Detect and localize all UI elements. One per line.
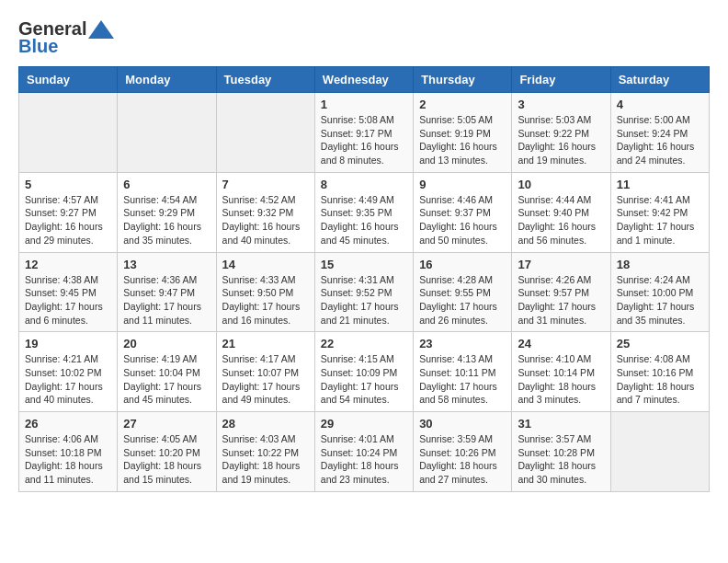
weekday-header-thursday: Thursday	[414, 67, 512, 93]
calendar-cell: 5Sunrise: 4:57 AM Sunset: 9:27 PM Daylig…	[19, 172, 118, 252]
day-info: Sunrise: 4:28 AM Sunset: 9:55 PM Dayligh…	[419, 273, 506, 327]
calendar-table: SundayMondayTuesdayWednesdayThursdayFrid…	[18, 66, 710, 492]
calendar-cell: 25Sunrise: 4:08 AM Sunset: 10:16 PM Dayl…	[610, 332, 709, 412]
day-number: 16	[419, 258, 506, 271]
week-row-5: 26Sunrise: 4:06 AM Sunset: 10:18 PM Dayl…	[19, 412, 710, 492]
week-row-3: 12Sunrise: 4:38 AM Sunset: 9:45 PM Dayli…	[19, 252, 710, 332]
day-info: Sunrise: 4:13 AM Sunset: 10:11 PM Daylig…	[419, 352, 506, 407]
calendar-cell	[19, 93, 118, 173]
calendar-cell: 30Sunrise: 3:59 AM Sunset: 10:26 PM Dayl…	[414, 412, 512, 492]
weekday-header-tuesday: Tuesday	[216, 67, 314, 93]
day-info: Sunrise: 4:49 AM Sunset: 9:35 PM Dayligh…	[321, 193, 407, 247]
calendar-cell: 27Sunrise: 4:05 AM Sunset: 10:20 PM Dayl…	[118, 412, 216, 492]
day-info: Sunrise: 4:33 AM Sunset: 9:50 PM Dayligh…	[222, 273, 309, 327]
calendar-cell: 18Sunrise: 4:24 AM Sunset: 10:00 PM Dayl…	[610, 252, 709, 332]
weekday-header-monday: Monday	[118, 67, 216, 93]
day-number: 14	[222, 258, 309, 271]
day-number: 9	[419, 178, 506, 191]
day-info: Sunrise: 4:31 AM Sunset: 9:52 PM Dayligh…	[321, 273, 407, 327]
day-info: Sunrise: 4:21 AM Sunset: 10:02 PM Daylig…	[25, 352, 111, 407]
day-number: 10	[518, 178, 604, 191]
calendar-cell: 31Sunrise: 3:57 AM Sunset: 10:28 PM Dayl…	[512, 412, 610, 492]
day-number: 4	[617, 98, 703, 111]
day-number: 26	[25, 417, 111, 431]
weekday-header-sunday: Sunday	[19, 67, 118, 93]
calendar-cell: 19Sunrise: 4:21 AM Sunset: 10:02 PM Dayl…	[19, 332, 118, 412]
day-info: Sunrise: 4:41 AM Sunset: 9:42 PM Dayligh…	[617, 193, 703, 247]
calendar-cell: 10Sunrise: 4:44 AM Sunset: 9:40 PM Dayli…	[512, 172, 610, 252]
day-info: Sunrise: 5:03 AM Sunset: 9:22 PM Dayligh…	[518, 113, 604, 167]
day-info: Sunrise: 4:24 AM Sunset: 10:00 PM Daylig…	[617, 273, 703, 327]
calendar-cell: 28Sunrise: 4:03 AM Sunset: 10:22 PM Dayl…	[216, 412, 314, 492]
svg-marker-0	[88, 20, 114, 39]
day-info: Sunrise: 4:08 AM Sunset: 10:16 PM Daylig…	[617, 352, 703, 407]
day-number: 15	[321, 258, 407, 271]
calendar-cell: 20Sunrise: 4:19 AM Sunset: 10:04 PM Dayl…	[118, 332, 216, 412]
calendar-cell: 24Sunrise: 4:10 AM Sunset: 10:14 PM Dayl…	[512, 332, 610, 412]
calendar-cell: 9Sunrise: 4:46 AM Sunset: 9:37 PM Daylig…	[414, 172, 512, 252]
day-number: 31	[518, 417, 604, 431]
day-number: 3	[518, 98, 604, 111]
calendar-cell	[610, 412, 709, 492]
calendar-cell: 8Sunrise: 4:49 AM Sunset: 9:35 PM Daylig…	[314, 172, 413, 252]
day-number: 24	[518, 337, 604, 350]
day-number: 12	[25, 258, 111, 271]
day-number: 22	[321, 337, 407, 350]
day-info: Sunrise: 4:36 AM Sunset: 9:47 PM Dayligh…	[123, 273, 210, 327]
day-info: Sunrise: 5:05 AM Sunset: 9:19 PM Dayligh…	[419, 113, 506, 167]
weekday-header-wednesday: Wednesday	[314, 67, 413, 93]
day-number: 2	[419, 98, 506, 111]
day-info: Sunrise: 4:03 AM Sunset: 10:22 PM Daylig…	[222, 432, 309, 487]
day-number: 20	[123, 337, 210, 350]
day-info: Sunrise: 4:46 AM Sunset: 9:37 PM Dayligh…	[419, 193, 506, 247]
day-number: 21	[222, 337, 309, 350]
day-info: Sunrise: 4:57 AM Sunset: 9:27 PM Dayligh…	[25, 193, 111, 247]
day-number: 11	[617, 178, 703, 191]
calendar-cell: 4Sunrise: 5:00 AM Sunset: 9:24 PM Daylig…	[610, 93, 709, 173]
calendar-cell: 11Sunrise: 4:41 AM Sunset: 9:42 PM Dayli…	[610, 172, 709, 252]
weekday-header-saturday: Saturday	[610, 67, 709, 93]
day-info: Sunrise: 5:08 AM Sunset: 9:17 PM Dayligh…	[321, 113, 407, 167]
day-info: Sunrise: 4:26 AM Sunset: 9:57 PM Dayligh…	[518, 273, 604, 327]
calendar-cell: 14Sunrise: 4:33 AM Sunset: 9:50 PM Dayli…	[216, 252, 314, 332]
day-info: Sunrise: 4:54 AM Sunset: 9:29 PM Dayligh…	[123, 193, 210, 247]
calendar-cell: 2Sunrise: 5:05 AM Sunset: 9:19 PM Daylig…	[414, 93, 512, 173]
day-info: Sunrise: 4:17 AM Sunset: 10:07 PM Daylig…	[222, 352, 309, 407]
day-number: 6	[123, 178, 210, 191]
calendar-cell: 6Sunrise: 4:54 AM Sunset: 9:29 PM Daylig…	[118, 172, 216, 252]
calendar-cell: 7Sunrise: 4:52 AM Sunset: 9:32 PM Daylig…	[216, 172, 314, 252]
page-header: General Blue	[18, 18, 710, 57]
day-number: 1	[321, 98, 407, 111]
day-info: Sunrise: 5:00 AM Sunset: 9:24 PM Dayligh…	[617, 113, 703, 167]
calendar-cell: 17Sunrise: 4:26 AM Sunset: 9:57 PM Dayli…	[512, 252, 610, 332]
day-number: 25	[617, 337, 703, 350]
day-number: 17	[518, 258, 604, 271]
day-info: Sunrise: 4:38 AM Sunset: 9:45 PM Dayligh…	[25, 273, 111, 327]
weekday-header-row: SundayMondayTuesdayWednesdayThursdayFrid…	[19, 67, 710, 93]
calendar-cell: 3Sunrise: 5:03 AM Sunset: 9:22 PM Daylig…	[512, 93, 610, 173]
day-info: Sunrise: 4:05 AM Sunset: 10:20 PM Daylig…	[123, 432, 210, 487]
day-number: 5	[25, 178, 111, 191]
day-number: 18	[617, 258, 703, 271]
day-info: Sunrise: 4:52 AM Sunset: 9:32 PM Dayligh…	[222, 193, 309, 247]
day-info: Sunrise: 4:01 AM Sunset: 10:24 PM Daylig…	[321, 432, 407, 487]
logo-icon	[88, 20, 114, 39]
calendar-cell: 12Sunrise: 4:38 AM Sunset: 9:45 PM Dayli…	[19, 252, 118, 332]
day-number: 28	[222, 417, 309, 431]
day-number: 19	[25, 337, 111, 350]
calendar-cell	[216, 93, 314, 173]
calendar-cell: 1Sunrise: 5:08 AM Sunset: 9:17 PM Daylig…	[314, 93, 413, 173]
day-info: Sunrise: 4:10 AM Sunset: 10:14 PM Daylig…	[518, 352, 604, 407]
day-info: Sunrise: 3:57 AM Sunset: 10:28 PM Daylig…	[518, 432, 604, 487]
week-row-4: 19Sunrise: 4:21 AM Sunset: 10:02 PM Dayl…	[19, 332, 710, 412]
calendar-cell: 16Sunrise: 4:28 AM Sunset: 9:55 PM Dayli…	[414, 252, 512, 332]
calendar-cell: 13Sunrise: 4:36 AM Sunset: 9:47 PM Dayli…	[118, 252, 216, 332]
day-number: 8	[321, 178, 407, 191]
day-info: Sunrise: 4:06 AM Sunset: 10:18 PM Daylig…	[25, 432, 111, 487]
calendar-cell: 29Sunrise: 4:01 AM Sunset: 10:24 PM Dayl…	[314, 412, 413, 492]
weekday-header-friday: Friday	[512, 67, 610, 93]
week-row-1: 1Sunrise: 5:08 AM Sunset: 9:17 PM Daylig…	[19, 93, 710, 173]
day-info: Sunrise: 4:44 AM Sunset: 9:40 PM Dayligh…	[518, 193, 604, 247]
day-number: 29	[321, 417, 407, 431]
calendar-cell: 22Sunrise: 4:15 AM Sunset: 10:09 PM Dayl…	[314, 332, 413, 412]
